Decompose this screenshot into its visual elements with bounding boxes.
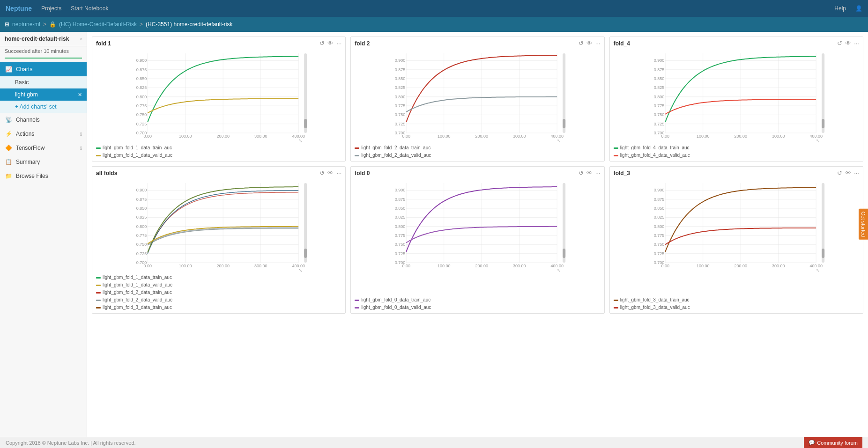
actions-label: Actions xyxy=(16,131,34,137)
chart-refresh-button[interactable]: ↺ xyxy=(837,169,842,176)
chart-header: all folds ↺ 👁 ··· xyxy=(96,169,341,176)
legend-dot xyxy=(355,307,359,308)
svg-text:0.875: 0.875 xyxy=(136,197,147,202)
svg-text:0.725: 0.725 xyxy=(136,122,147,126)
legend-item: light_gbm_fold_3_data_train_auc xyxy=(96,304,341,311)
chart-title: fold_4 xyxy=(614,40,630,47)
svg-text:0.825: 0.825 xyxy=(653,85,664,90)
svg-text:0.800: 0.800 xyxy=(136,95,147,99)
chart-more-button[interactable]: ··· xyxy=(336,40,341,47)
chart-card-fold-2: fold 2 ↺ 👁 ··· .gl{stroke:#e0e0e0;stroke… xyxy=(350,37,604,162)
chart-eye-button[interactable]: 👁 xyxy=(845,40,851,47)
charts-sub-lightgbm[interactable]: light gbm ✕ xyxy=(0,88,87,101)
svg-rect-29 xyxy=(304,119,307,128)
chart-action-buttons: ↺ 👁 ··· xyxy=(319,40,341,47)
svg-text:0.850: 0.850 xyxy=(395,206,406,211)
legend-label: light_gbm_fold_2_data_train_auc xyxy=(103,289,172,296)
svg-text:0.750: 0.750 xyxy=(395,112,406,117)
chart-header: fold 0 ↺ 👁 ··· xyxy=(355,169,600,176)
summary-label: Summary xyxy=(16,159,40,165)
svg-text:0.800: 0.800 xyxy=(653,95,664,99)
chart-more-button[interactable]: ··· xyxy=(854,169,859,176)
svg-text:0.875: 0.875 xyxy=(136,67,147,72)
breadcrumb-project[interactable]: (HC) Home-Credit-Default-Risk xyxy=(59,21,137,28)
chart-eye-button[interactable]: 👁 xyxy=(586,169,593,176)
actions-info-icon[interactable]: ℹ xyxy=(80,132,82,137)
chart-legend: light_gbm_fold_1_data_train_auclight_gbm… xyxy=(96,274,341,311)
svg-text:0.900: 0.900 xyxy=(395,188,406,192)
svg-text:0.900: 0.900 xyxy=(653,58,664,63)
svg-text:0.750: 0.750 xyxy=(653,112,664,117)
legend-label: light_gbm_fold_0_data_valid_auc xyxy=(361,304,431,311)
legend-item: light_gbm_fold_4_data_valid_auc xyxy=(614,152,859,159)
get-started-tab[interactable]: Get started xyxy=(859,208,868,239)
svg-text:0.900: 0.900 xyxy=(395,58,406,63)
svg-text:⤡: ⤡ xyxy=(298,268,302,272)
add-charts-set-button[interactable]: + Add charts' set xyxy=(0,101,87,113)
chart-refresh-button[interactable]: ↺ xyxy=(579,169,584,176)
topbar: Neptune Projects Start Notebook Help 👤 xyxy=(0,0,868,17)
svg-text:0.725: 0.725 xyxy=(653,122,664,126)
topbar-start-notebook[interactable]: Start Notebook xyxy=(71,5,108,12)
sidebar-item-tensorflow[interactable]: 🔶 TensorFlow ℹ xyxy=(0,141,87,155)
svg-text:0.825: 0.825 xyxy=(653,215,664,220)
legend-item: light_gbm_fold_1_data_valid_auc xyxy=(96,281,341,289)
chart-more-button[interactable]: ··· xyxy=(595,40,601,47)
copyright: Copyright 2018 © Neptune Labs Inc. | All… xyxy=(6,440,136,446)
breadcrumb-workspace[interactable]: neptune-ml xyxy=(12,21,40,28)
breadcrumb: ⊞ neptune-ml > 🔒 (HC) Home-Credit-Defaul… xyxy=(0,17,868,32)
summary-icon: 📋 xyxy=(5,159,12,165)
chart-eye-button[interactable]: 👁 xyxy=(327,40,334,47)
project-lock-icon: 🔒 xyxy=(49,21,56,28)
svg-text:0.00: 0.00 xyxy=(661,264,669,268)
sidebar-item-summary[interactable]: 📋 Summary xyxy=(0,155,87,169)
chart-card-fold-1: fold 1 ↺ 👁 ··· .gl{stroke:#e0e0e0;stroke… xyxy=(92,37,346,162)
legend-item: light_gbm_fold_2_data_valid_auc xyxy=(96,296,341,304)
experiment-header: home-credit-default-risk ‹ xyxy=(0,32,87,46)
chart-more-button[interactable]: ··· xyxy=(336,169,341,176)
legend-label: light_gbm_fold_3_data_train_auc xyxy=(103,304,172,311)
legend-label: light_gbm_fold_2_data_valid_auc xyxy=(103,296,172,304)
sidebar-item-browse-files[interactable]: 📁 Browse Files xyxy=(0,169,87,183)
breadcrumb-experiment: (HC-3551) home-credit-default-risk xyxy=(146,21,232,28)
chart-more-button[interactable]: ··· xyxy=(595,169,601,176)
sidebar-item-actions[interactable]: ⚡ Actions ℹ xyxy=(0,127,87,141)
sidebar-item-channels[interactable]: 📡 Channels xyxy=(0,113,87,127)
tensorflow-info-icon[interactable]: ℹ xyxy=(80,146,82,151)
svg-text:0.00: 0.00 xyxy=(402,134,411,139)
community-forum-button[interactable]: 💬 Community forum xyxy=(804,437,862,448)
chart-refresh-button[interactable]: ↺ xyxy=(319,40,325,47)
charts-sub-close[interactable]: ✕ xyxy=(78,92,82,98)
sidebar-close-button[interactable]: ‹ xyxy=(80,36,82,42)
tensorflow-label: TensorFlow xyxy=(16,145,45,151)
legend-item: light_gbm_fold_3_data_train_auc xyxy=(614,296,859,304)
legend-label: light_gbm_fold_3_data_train_auc xyxy=(620,296,690,304)
user-menu[interactable]: 👤 xyxy=(855,5,862,12)
svg-text:0.900: 0.900 xyxy=(136,58,147,63)
chart-eye-button[interactable]: 👁 xyxy=(586,40,593,47)
chart-refresh-button[interactable]: ↺ xyxy=(319,169,325,176)
chart-more-button[interactable]: ··· xyxy=(854,40,859,47)
chart-refresh-button[interactable]: ↺ xyxy=(579,40,584,47)
legend-label: light_gbm_fold_1_data_valid_auc xyxy=(103,152,172,159)
chart-eye-button[interactable]: 👁 xyxy=(327,169,334,176)
chart-eye-button[interactable]: 👁 xyxy=(845,169,851,176)
chart-refresh-button[interactable]: ↺ xyxy=(837,40,842,47)
svg-text:200.00: 200.00 xyxy=(216,264,230,268)
svg-text:100.00: 100.00 xyxy=(438,134,451,139)
sidebar-item-charts[interactable]: 📈 Charts xyxy=(0,62,87,76)
legend-item: light_gbm_fold_2_data_train_auc xyxy=(355,144,600,152)
svg-text:0.875: 0.875 xyxy=(653,197,664,202)
legend-label: light_gbm_fold_4_data_train_auc xyxy=(620,144,690,152)
charts-sub-basic[interactable]: Basic xyxy=(0,76,87,88)
chart-title: fold 2 xyxy=(355,40,370,47)
legend-dot xyxy=(355,300,359,301)
chart-header: fold 1 ↺ 👁 ··· xyxy=(96,40,341,47)
legend-dot xyxy=(96,307,101,308)
topbar-projects[interactable]: Projects xyxy=(41,5,61,12)
svg-text:0.825: 0.825 xyxy=(395,215,406,220)
svg-text:300.00: 300.00 xyxy=(772,264,785,268)
help-menu[interactable]: Help xyxy=(834,5,846,12)
legend-dot xyxy=(96,300,101,301)
chart-svg-wrap: .gl{stroke:#e0e0e0;stroke-width:0.5}0.70… xyxy=(614,49,859,142)
